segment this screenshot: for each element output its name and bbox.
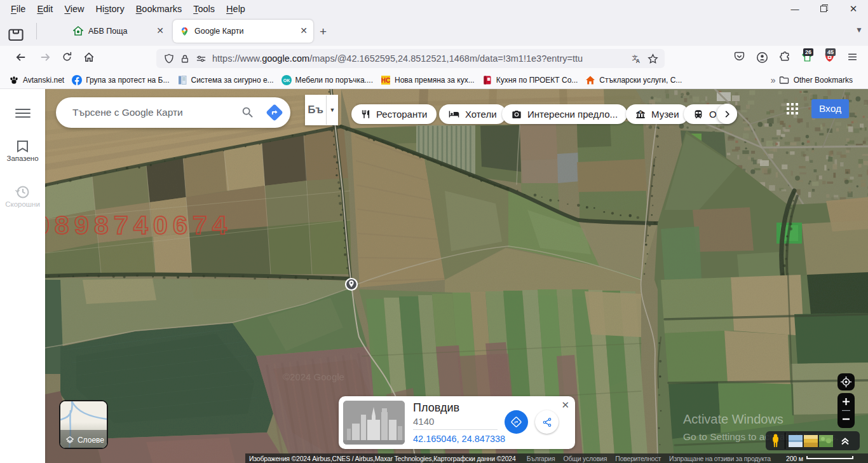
svg-text:OK: OK [283,78,290,83]
svg-text:A: A [636,58,640,64]
svg-text:HC: HC [381,77,390,84]
